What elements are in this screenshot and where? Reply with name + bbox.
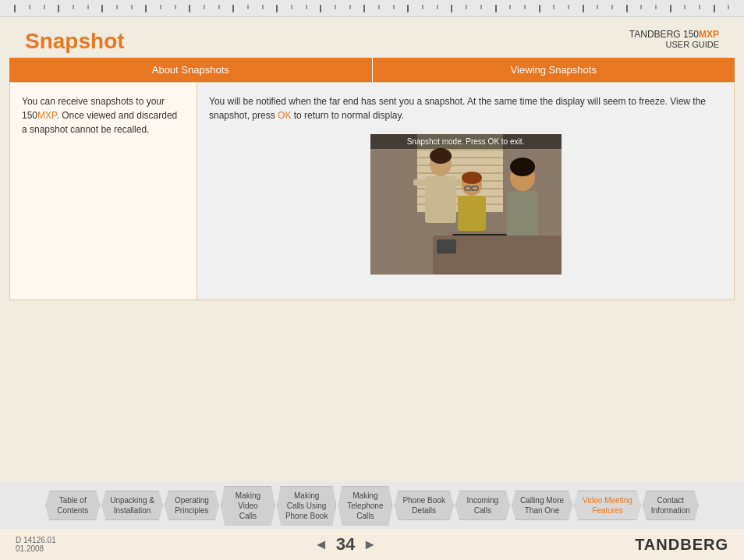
ruler: [0, 0, 744, 17]
ruler-tick: [131, 5, 133, 9]
ruler-tick: [714, 5, 715, 12]
svg-rect-28: [437, 239, 456, 253]
ruler-tick: [611, 5, 613, 9]
tab-viewing-snapshots[interactable]: Viewing Snapshots: [373, 58, 735, 82]
ruler-tick: [728, 5, 729, 9]
content-area: You can receive snapshots to your 150MXP…: [9, 82, 735, 300]
ruler-tick: [495, 5, 497, 12]
doc-date: 01.2008: [16, 544, 56, 553]
ruler-tick: [101, 5, 103, 12]
nav-tab-video-meeting[interactable]: Video MeetingFeatures: [574, 491, 641, 520]
ruler-ticks: [0, 5, 744, 12]
ruler-tick: [553, 5, 554, 9]
page-title: Snapshot: [25, 29, 125, 54]
snapshot-caption: Snapshot mode. Press OK to exit.: [370, 134, 562, 149]
nav-tab-operating[interactable]: OperatingPrinciples: [165, 491, 219, 520]
page-header: Snapshot TANDBERG 150MXP USER GUIDE: [9, 17, 735, 58]
ruler-tick: [160, 5, 161, 9]
nav-tab-table-of-contents[interactable]: Table ofContents: [45, 491, 100, 520]
next-page-button[interactable]: ►: [363, 537, 377, 553]
ruler-tick: [378, 5, 380, 9]
ruler-tick: [73, 5, 74, 9]
nav-tab-calling-more[interactable]: Calling MoreThan One: [512, 491, 572, 520]
ruler-tick: [218, 5, 220, 9]
ruler-tick: [466, 5, 467, 9]
brand-name: TANDBERG 150MXP: [629, 29, 719, 40]
left-link[interactable]: MXP: [37, 110, 56, 121]
tab-bar: About Snapshots Viewing Snapshots: [9, 58, 735, 82]
svg-rect-26: [507, 191, 538, 238]
tandberg-logo: TANDBERG: [635, 536, 728, 554]
meeting-scene-svg: [370, 134, 562, 275]
ruler-tick: [145, 5, 147, 12]
ruler-tick: [116, 5, 118, 9]
left-panel: You can receive snapshots to your 150MXP…: [10, 83, 197, 299]
tab-about-snapshots[interactable]: About Snapshots: [9, 58, 373, 82]
svg-rect-14: [413, 179, 426, 186]
ruler-tick: [539, 5, 540, 12]
prev-page-button[interactable]: ◄: [314, 537, 328, 553]
ruler-tick: [699, 5, 700, 9]
ruler-tick: [684, 5, 686, 9]
ruler-tick: [626, 5, 628, 12]
page-nav: ◄ 34 ►: [314, 534, 377, 555]
ruler-tick: [597, 5, 598, 9]
nav-tab-contact-info[interactable]: ContactInformation: [643, 491, 699, 520]
snapshot-image: Snapshot mode. Press OK to exit.: [370, 134, 562, 275]
ruler-tick: [247, 5, 249, 9]
ruler-tick: [87, 5, 89, 9]
content-spacer: [9, 300, 735, 456]
nav-tab-telephone-calls[interactable]: MakingTelephoneCalls: [338, 486, 392, 526]
page-footer: D 14126.01 01.2008 ◄ 34 ► TANDBERG: [0, 529, 744, 560]
nav-tabs-container: Table ofContents Unpacking &Installation…: [45, 486, 699, 526]
page-number: 34: [336, 534, 355, 555]
ruler-tick: [320, 5, 321, 12]
ruler-tick: [189, 5, 190, 12]
ruler-tick: [29, 5, 30, 9]
brand-info: TANDBERG 150MXP USER GUIDE: [629, 29, 719, 49]
nav-tab-calls-phone-book[interactable]: MakingCalls UsingPhone Book: [277, 486, 337, 526]
ruler-tick: [363, 5, 365, 12]
brand-mxp: MXP: [699, 29, 719, 40]
nav-tab-making-video-calls[interactable]: MakingVideoCalls: [221, 486, 275, 526]
ruler-tick: [437, 5, 438, 9]
svg-point-12: [430, 148, 452, 164]
svg-rect-13: [425, 176, 456, 223]
nav-tab-unpacking[interactable]: Unpacking &Installation: [101, 491, 163, 520]
right-link-ok[interactable]: OK: [278, 110, 291, 121]
ruler-tick: [306, 5, 307, 9]
ruler-tick: [276, 5, 278, 12]
ruler-tick: [14, 5, 16, 12]
ruler-tick: [670, 5, 671, 12]
bottom-nav: Table ofContents Unpacking &Installation…: [0, 482, 744, 529]
ruler-tick: [640, 5, 642, 9]
ruler-tick: [407, 5, 409, 12]
ruler-tick: [509, 5, 511, 9]
ruler-tick: [44, 5, 45, 9]
ruler-tick: [335, 5, 336, 9]
nav-tab-incoming-calls[interactable]: IncomingCalls: [455, 491, 510, 520]
svg-point-25: [510, 158, 535, 176]
ruler-tick: [204, 5, 205, 9]
brand-text: TANDBERG 150: [629, 29, 699, 40]
ruler-tick: [262, 5, 264, 9]
ruler-tick: [524, 5, 526, 9]
ruler-tick: [568, 5, 569, 9]
ruler-tick: [422, 5, 423, 9]
nav-tab-phone-book-details[interactable]: Phone BookDetails: [394, 491, 454, 520]
svg-point-17: [462, 172, 482, 184]
doc-id: D 14126.01: [16, 536, 56, 544]
ruler-tick: [232, 5, 234, 12]
svg-rect-21: [458, 196, 486, 231]
user-guide-label: USER GUIDE: [629, 40, 719, 49]
ruler-tick: [291, 5, 292, 9]
ruler-tick: [451, 5, 452, 12]
ruler-tick: [175, 5, 176, 9]
ruler-tick: [480, 5, 482, 9]
ruler-tick: [349, 5, 351, 9]
ruler-tick: [58, 5, 59, 12]
doc-info: D 14126.01 01.2008: [16, 536, 56, 553]
ruler-tick: [393, 5, 395, 9]
ruler-tick: [655, 5, 657, 9]
right-panel: You will be notified when the far end ha…: [197, 83, 734, 299]
